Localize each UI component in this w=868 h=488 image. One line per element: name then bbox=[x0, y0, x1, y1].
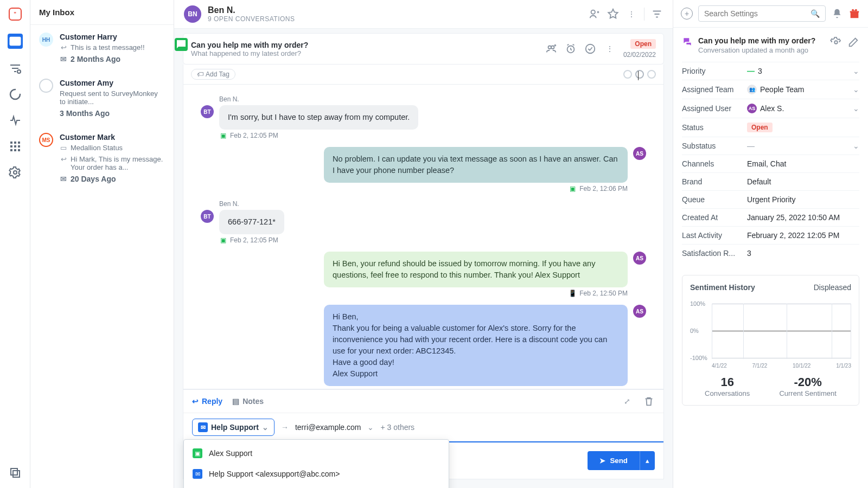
info-subtitle: Conversation updated a month ago bbox=[698, 46, 825, 54]
resolve-icon[interactable] bbox=[584, 43, 596, 55]
open-conversations-count: 9 OPEN CONVERSATIONS bbox=[208, 15, 582, 23]
chevron-down-icon[interactable]: ⌄ bbox=[853, 67, 859, 75]
user-avatar: AS bbox=[747, 104, 757, 113]
mail-icon: ✉ bbox=[198, 422, 208, 432]
svg-rect-4 bbox=[18, 142, 20, 144]
author-avatar: AS bbox=[633, 147, 646, 160]
search-input[interactable] bbox=[704, 9, 806, 18]
svg-rect-0 bbox=[9, 37, 21, 46]
nav-inbox-icon[interactable] bbox=[8, 34, 23, 49]
snooze-icon[interactable] bbox=[565, 43, 577, 55]
add-widget-button[interactable]: + bbox=[681, 8, 693, 20]
trash-icon[interactable] bbox=[643, 395, 655, 407]
reply-icon: ↩ bbox=[60, 43, 67, 51]
from-option-mail[interactable]: ✉Help Support <alexsupport@abc.com> bbox=[184, 464, 449, 484]
svg-point-11 bbox=[14, 171, 17, 174]
assign-user-icon[interactable] bbox=[589, 8, 601, 20]
inbox-item-amy[interactable]: Customer Amy Request sent to SurveyMonke… bbox=[30, 71, 174, 125]
nav-loading-icon[interactable] bbox=[9, 88, 22, 101]
svg-rect-2 bbox=[10, 142, 12, 144]
field-substatus[interactable]: Substatus—⌄ bbox=[682, 137, 859, 155]
inbox-item-name: Customer Harry bbox=[60, 33, 165, 41]
chat-icon: ▣ bbox=[193, 448, 202, 458]
field-user[interactable]: Assigned UserASAlex S.⌄ bbox=[682, 99, 859, 118]
message-bubble: 666-977-121* bbox=[219, 210, 284, 234]
conversation-panel: BN Ben N. 9 OPEN CONVERSATIONS ⋮ Can you… bbox=[174, 0, 673, 488]
details-panel: + 🔍 Can you help me with my order? Conve… bbox=[673, 0, 868, 488]
author-avatar: BT bbox=[201, 105, 214, 118]
inbox-item-mark[interactable]: MS Customer Mark ▭Medallion Status ↩Hi M… bbox=[30, 125, 174, 191]
svg-rect-12 bbox=[11, 468, 17, 475]
from-option-sms[interactable]: 📱Alex Support <666-123-112*> bbox=[184, 484, 449, 488]
edit-icon[interactable] bbox=[847, 36, 859, 48]
svg-point-16 bbox=[551, 46, 554, 49]
sender-name: Ben N. bbox=[208, 5, 582, 15]
svg-point-21 bbox=[834, 41, 838, 44]
more-vert-icon[interactable]: ⋮ bbox=[604, 43, 616, 55]
info-title: Can you help me with my order? bbox=[698, 36, 825, 45]
filter-icon[interactable] bbox=[651, 8, 663, 20]
author-avatar: BT bbox=[201, 210, 214, 223]
inbox-item-date: 20 Days Ago bbox=[71, 175, 116, 183]
expand-icon[interactable]: ⤢ bbox=[621, 395, 633, 407]
chat-channel-icon: ▣ bbox=[219, 236, 227, 244]
reply-icon: ↩ bbox=[192, 397, 199, 406]
chevron-down-icon[interactable]: ⌄ bbox=[853, 85, 859, 94]
gift-icon[interactable] bbox=[848, 8, 860, 20]
tab-label: Reply bbox=[202, 397, 222, 406]
message-bubble: Hi Ben, Thank you for being a valuable c… bbox=[324, 305, 628, 386]
tag-row: 🏷Add Tag │ bbox=[183, 65, 664, 85]
star-icon[interactable] bbox=[607, 8, 619, 20]
nav-settings-icon[interactable] bbox=[9, 166, 22, 179]
field-created: Created AtJanuary 25, 2022 10:50 AM bbox=[682, 208, 859, 226]
author-avatar: AS bbox=[633, 305, 646, 318]
svg-rect-19 bbox=[851, 12, 859, 18]
field-team[interactable]: Assigned Team👥People Team⌄ bbox=[682, 80, 859, 99]
chart-xtick: 1/1/23 bbox=[836, 363, 851, 369]
to-address[interactable]: terri@example.com bbox=[295, 423, 361, 432]
field-priority[interactable]: Priority—3⌄ bbox=[682, 62, 859, 80]
other-recipients[interactable]: + 3 others bbox=[380, 423, 414, 432]
conversation-subtitle: What happened to my latest order? bbox=[191, 49, 538, 57]
nav-apps-icon[interactable] bbox=[9, 140, 22, 153]
chevron-down-icon[interactable]: ⌄ bbox=[853, 104, 859, 113]
priority-indicator: — bbox=[747, 67, 755, 75]
from-label: Help Support bbox=[211, 423, 259, 432]
nav-filter-icon[interactable] bbox=[9, 62, 22, 75]
sentiment-chart: 100% 0% -100% 4/1/22 7/1/22 10/1/22 1/1/… bbox=[690, 298, 851, 369]
stat-current-sentiment: -20% Current Sentiment bbox=[779, 375, 837, 397]
from-option-chat[interactable]: ▣Alex Support bbox=[184, 443, 449, 464]
bell-icon[interactable] bbox=[831, 8, 843, 20]
svg-rect-13 bbox=[13, 471, 20, 477]
inbox-item-harry[interactable]: HH Customer Harry ↩This is a test messag… bbox=[30, 25, 174, 71]
from-selector[interactable]: ✉ Help Support ⌄ bbox=[192, 419, 275, 436]
sentiment-current-label: Displeased bbox=[814, 283, 851, 292]
gear-icon[interactable] bbox=[830, 36, 842, 48]
stat-conversations: 16 Conversations bbox=[705, 375, 750, 397]
svg-rect-6 bbox=[14, 145, 16, 147]
details-header: + 🔍 bbox=[673, 0, 868, 28]
status-toggles[interactable]: │ bbox=[623, 70, 656, 79]
field-activity: Last ActivityFebruary 2, 2022 12:05 PM bbox=[682, 226, 859, 244]
inbox-item-preview: Request sent to SurveyMonkey to initiate… bbox=[60, 89, 165, 106]
nav-window-icon[interactable] bbox=[9, 466, 22, 479]
inbox-title: My Inbox bbox=[30, 0, 174, 25]
chevron-down-icon[interactable]: ⌄ bbox=[853, 142, 859, 150]
nav-activity-icon[interactable] bbox=[9, 114, 22, 127]
add-participants-icon[interactable] bbox=[545, 43, 557, 55]
add-tag-chip[interactable]: 🏷Add Tag bbox=[191, 69, 235, 80]
forum-icon bbox=[682, 36, 693, 47]
inbox-item-date: 2 Months Ago bbox=[71, 55, 120, 63]
tab-reply[interactable]: ↩Reply bbox=[192, 397, 222, 406]
svg-point-14 bbox=[591, 10, 595, 14]
search-settings[interactable]: 🔍 bbox=[698, 5, 826, 22]
svg-point-18 bbox=[586, 44, 595, 54]
search-icon: 🔍 bbox=[810, 9, 820, 18]
chart-xtick: 10/1/22 bbox=[793, 363, 810, 369]
from-dropdown: ▣Alex Support ✉Help Support <alexsupport… bbox=[183, 439, 449, 488]
send-more-button[interactable]: ▴ bbox=[640, 451, 655, 470]
tab-notes[interactable]: ▤Notes bbox=[232, 397, 264, 406]
send-button[interactable]: ➤Send bbox=[588, 451, 640, 470]
more-vert-icon[interactable]: ⋮ bbox=[626, 8, 637, 20]
chevron-down-icon[interactable]: ⌄ bbox=[367, 423, 374, 432]
